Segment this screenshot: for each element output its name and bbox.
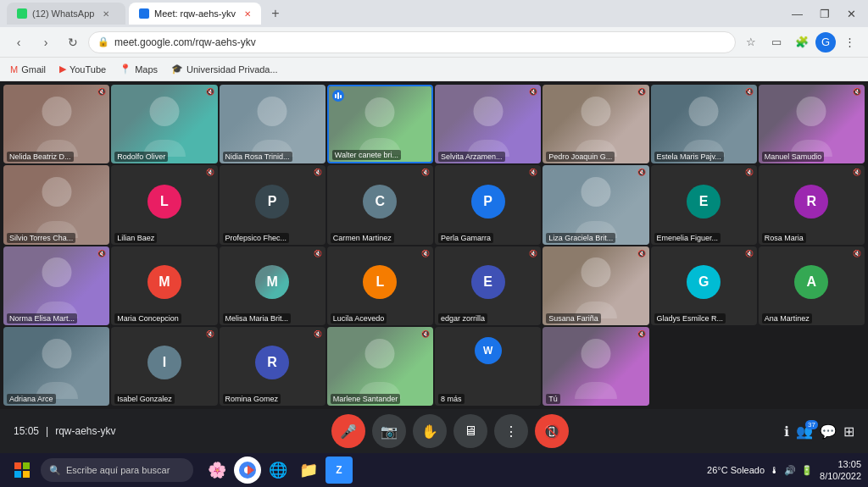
tile-label-25: Adriana Arce <box>7 394 56 404</box>
mute-icon-5: 🔇 <box>529 88 537 96</box>
tab-meet[interactable]: Meet: rqw-aehs-ykv ✕ <box>129 3 261 25</box>
search-placeholder: Escribe aquí para buscar <box>66 465 170 475</box>
close-button[interactable]: ✕ <box>842 8 861 20</box>
video-tile-16[interactable]: R🔇Rosa Maria <box>759 165 865 244</box>
tile-label-15: Emenelia Figuer... <box>654 233 721 243</box>
microphone-button[interactable]: 🎤 <box>331 414 365 448</box>
camera-button[interactable]: 📷 <box>372 414 406 448</box>
tab-whatsapp[interactable]: (12) WhatsApp ✕ <box>7 3 125 25</box>
video-tile-22[interactable]: 🔇Susana Fariña <box>542 246 648 325</box>
new-tab-button[interactable]: + <box>264 3 287 25</box>
taskbar-app-edge[interactable]: 🌐 <box>264 457 292 484</box>
screen-share-button[interactable]: 🖥 <box>453 414 487 448</box>
video-tile-25[interactable]: Adriana Arce <box>3 327 109 406</box>
bookmark-maps[interactable]: 📍 Maps <box>116 62 161 76</box>
video-tile-1[interactable]: 🔇Nelida Beatriz D... <box>3 85 109 163</box>
volume-icon[interactable]: 🔊 <box>784 465 796 476</box>
mute-icon-1: 🔇 <box>97 88 106 96</box>
mute-icon-28: 🔇 <box>421 330 430 338</box>
video-tile-24[interactable]: A🔇Ana Martinez <box>759 246 865 325</box>
battery-icon: 🔋 <box>801 465 813 476</box>
bookmark-universidad[interactable]: 🎓 Universidad Privada... <box>168 62 281 76</box>
address-bar[interactable]: 🔒 meet.google.com/rqw-aehs-ykv <box>88 31 736 53</box>
tile-label-8: Manuel Samudio <box>762 152 825 162</box>
mute-icon-24: 🔇 <box>853 250 861 257</box>
video-tile-15[interactable]: E🔇Emenelia Figuer... <box>651 165 757 244</box>
mute-icon-11: 🔇 <box>314 169 322 176</box>
tile-label-17: Norma Elisa Mart... <box>7 313 77 324</box>
video-tile-3[interactable]: Nidia Rosa Trinid... <box>220 85 326 163</box>
more-options-button[interactable]: ⋮ <box>494 414 528 448</box>
video-tile-4[interactable]: Walter canete bri... <box>327 85 433 163</box>
taskbar-clock: 13:05 8/10/2022 <box>820 458 861 483</box>
video-tile-17[interactable]: 🔇Norma Elisa Mart... <box>3 246 109 325</box>
bookmark-gmail-label: Gmail <box>21 64 46 75</box>
profile-icon[interactable]: G <box>815 32 836 53</box>
meet-area: 🔇Nelida Beatriz D...🔇Rodolfo OliverNidia… <box>0 81 868 453</box>
taskbar-app-explorer[interactable]: 📁 <box>295 457 322 484</box>
mute-icon-14: 🔇 <box>637 169 646 176</box>
tile-label-24: Ana Martinez <box>762 313 812 324</box>
mute-icon-26: 🔇 <box>206 330 214 338</box>
video-tile-19[interactable]: M🔇Melisa Maria Brit... <box>220 246 326 325</box>
tile-label-9: Silvio Torres Cha... <box>7 233 75 243</box>
video-tile-11[interactable]: P🔇Profepsico Fhec... <box>220 165 326 244</box>
video-tile-8[interactable]: 🔇Manuel Samudio <box>759 85 865 163</box>
video-tile-26[interactable]: I🔇Isabel Gonzalez <box>111 327 217 406</box>
mute-icon-30: 🔇 <box>637 330 646 338</box>
video-tile-18[interactable]: MMaria Concepcion <box>111 246 217 325</box>
tile-label-28: Marlene Santander <box>331 394 401 404</box>
video-tile-2[interactable]: 🔇Rodolfo Oliver <box>111 85 217 163</box>
extensions-icon[interactable]: 🧩 <box>790 30 814 54</box>
mute-icon-13: 🔇 <box>529 169 537 176</box>
video-tile-29[interactable]: W8 más <box>435 327 541 406</box>
taskbar-app-chrome[interactable] <box>234 457 261 484</box>
video-tile-6[interactable]: 🔇Pedro Joaquin G... <box>542 85 648 163</box>
activities-icon[interactable]: ⊞ <box>843 423 854 440</box>
reload-button[interactable]: ↻ <box>61 30 85 54</box>
video-tile-10[interactable]: L🔇Lilian Baez <box>111 165 217 244</box>
minimize-button[interactable]: — <box>787 8 808 20</box>
tab-whatsapp-close[interactable]: ✕ <box>103 9 109 19</box>
mute-icon-8: 🔇 <box>853 88 861 96</box>
tile-label-2: Rodolfo Oliver <box>114 152 168 162</box>
bookmark-youtube[interactable]: ▶ YouTube <box>56 62 109 76</box>
video-tile-12[interactable]: C🔇Carmen Martinez <box>327 165 433 244</box>
chat-icon[interactable]: 💬 <box>820 423 837 440</box>
tile-label-16: Rosa Maria <box>762 233 806 243</box>
video-tile-5[interactable]: 🔇Selvita Arzamen... <box>435 85 541 163</box>
start-button[interactable] <box>7 455 37 485</box>
video-tile-7[interactable]: 🔇Estela Maris Pajv... <box>651 85 757 163</box>
taskbar-search[interactable]: 🔍 Escribe aquí para buscar <box>41 458 193 482</box>
mute-icon-7: 🔇 <box>745 88 754 96</box>
back-button[interactable]: ‹ <box>7 30 31 54</box>
tile-label-12: Carmen Martinez <box>331 233 394 243</box>
tab-whatsapp-label: (12) WhatsApp <box>32 8 94 19</box>
tab-meet-close[interactable]: ✕ <box>244 9 251 19</box>
video-tile-14[interactable]: 🔇Liza Graciela Brit... <box>542 165 648 244</box>
menu-button[interactable]: ⋮ <box>837 30 861 54</box>
video-tile-30[interactable]: 🔇Tú <box>542 327 648 406</box>
chrome-cast-icon[interactable]: ▭ <box>765 30 788 54</box>
info-icon[interactable]: ℹ <box>784 423 789 440</box>
video-tile-13[interactable]: P🔇Perla Gamarra <box>435 165 541 244</box>
maximize-button[interactable]: ❐ <box>815 8 835 20</box>
forward-button[interactable]: › <box>34 30 58 54</box>
tile-label-22: Susana Fariña <box>546 313 601 324</box>
video-tile-21[interactable]: E🔇edgar zorrilla <box>435 246 541 325</box>
bookmark-star-icon[interactable]: ☆ <box>739 30 763 54</box>
people-icon[interactable]: 👥 37 <box>796 423 813 440</box>
video-tile-27[interactable]: R🔇Romina Gomez <box>220 327 326 406</box>
taskbar-app-zoom[interactable]: Z <box>326 457 353 484</box>
video-tile-23[interactable]: G🔇Gladys Esmilce R... <box>651 246 757 325</box>
video-tile-20[interactable]: L🔇Lucila Acevedo <box>327 246 433 325</box>
mute-icon-20: 🔇 <box>421 250 430 257</box>
video-tile-28[interactable]: 🔇Marlene Santander <box>327 327 433 406</box>
hand-raise-button[interactable]: ✋ <box>413 414 447 448</box>
end-call-button[interactable]: 📵 <box>535 414 569 448</box>
bookmark-gmail[interactable]: M Gmail <box>7 63 49 76</box>
svg-rect-4 <box>23 462 30 469</box>
lock-icon: 🔒 <box>97 36 109 47</box>
taskbar-app-flower[interactable]: 🌸 <box>203 457 231 484</box>
video-tile-9[interactable]: Silvio Torres Cha... <box>3 165 109 244</box>
